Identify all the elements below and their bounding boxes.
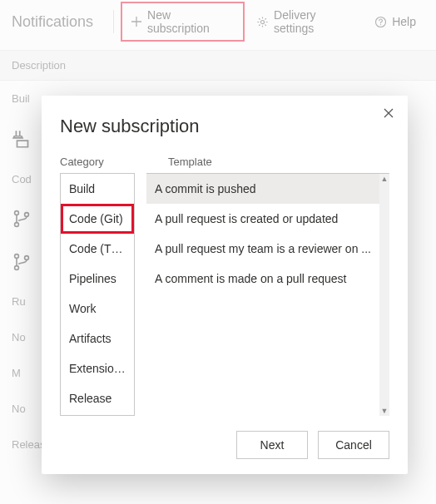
dialog-title: New subscription xyxy=(60,116,389,137)
category-item[interactable]: Build xyxy=(61,174,134,204)
template-item[interactable]: A pull request is created or updated xyxy=(146,204,379,234)
template-column-label: Template xyxy=(168,156,212,168)
category-item[interactable]: Artifacts xyxy=(61,324,134,353)
columns-header: Category Template xyxy=(60,156,389,168)
template-item[interactable]: A comment is made on a pull request xyxy=(146,264,379,294)
category-list[interactable]: BuildCode (Git)Code (TFVC)PipelinesWorkA… xyxy=(60,173,135,416)
new-subscription-dialog: New subscription Category Template Build… xyxy=(42,96,408,474)
cancel-button[interactable]: Cancel xyxy=(318,431,389,459)
category-item[interactable]: Pipelines xyxy=(61,264,134,294)
category-item[interactable]: Extension ... xyxy=(61,353,134,383)
template-list[interactable]: A commit is pushedA pull request is crea… xyxy=(146,174,379,416)
scroll-up-icon[interactable]: ▲ xyxy=(379,174,389,184)
category-item[interactable]: Work xyxy=(61,294,134,324)
close-button[interactable] xyxy=(383,107,394,121)
category-item[interactable]: Code (TFVC) xyxy=(61,234,134,264)
template-list-wrap: A commit is pushedA pull request is crea… xyxy=(146,173,389,416)
category-column-label: Category xyxy=(60,156,150,168)
template-item[interactable]: A pull request my team is a reviewer on … xyxy=(146,234,379,264)
scrollbar[interactable]: ▲ ▼ xyxy=(379,174,389,416)
template-item[interactable]: A commit is pushed xyxy=(146,174,379,204)
close-icon xyxy=(383,107,394,119)
category-item[interactable]: Code (Git) xyxy=(61,204,134,234)
category-item[interactable]: Release xyxy=(61,383,134,413)
next-button[interactable]: Next xyxy=(236,431,308,459)
scroll-down-icon[interactable]: ▼ xyxy=(379,406,389,416)
dialog-footer: Next Cancel xyxy=(60,416,389,459)
